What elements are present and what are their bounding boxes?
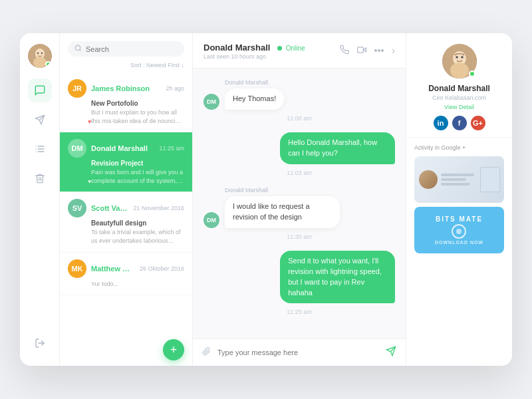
send-button[interactable] (386, 346, 396, 359)
conv-meta-matthew: Matthew Kelly (91, 265, 135, 273)
conv-meta-donald: Donald Marshall (91, 144, 154, 152)
msg-row-4: Send it to what you want, I'll revision … (203, 251, 395, 304)
app-container: Sort : Newest First ↓ JR James Robinson … (20, 33, 512, 366)
msg-bubble-2: Hello Donald Marshall, how can I help yo… (280, 132, 395, 164)
conv-subject-scott: Beautyfull design (68, 219, 184, 227)
profile-panel: Donald Marshall Ceo Kelabasan.com View D… (406, 33, 512, 366)
activity-line-3 (441, 183, 470, 186)
nav-logout-icon[interactable] (28, 331, 52, 355)
msg-time-4: 11:25 am (203, 309, 395, 315)
conv-heart-donald: ♥ (88, 178, 91, 185)
conv-time-james: 2h ago (166, 85, 184, 92)
activity-mini-avatar (419, 170, 438, 189)
conv-time-matthew: 26 Oktober 2016 (140, 265, 184, 272)
nav-send-icon[interactable] (28, 108, 52, 132)
search-box (60, 33, 192, 61)
svg-point-22 (450, 63, 469, 78)
conv-time-donald: 11:25 am (159, 145, 184, 152)
chat-input-area (193, 338, 406, 366)
more-options-button[interactable]: ••• (374, 45, 384, 56)
activity-card-1[interactable] (414, 156, 504, 203)
profile-avatar-wrap (442, 44, 477, 78)
msg-sender-1: Donald Marshall (203, 79, 395, 86)
profile-activity: Activity in Google + (406, 138, 512, 264)
conversation-list: JR James Robinson 2h ago New Portofolio … (60, 72, 192, 334)
activity-line-1 (441, 174, 474, 176)
breadzel-icon-1 (452, 224, 466, 239)
activity-line-2 (441, 178, 466, 181)
conv-avatar-donald: DM (68, 139, 86, 158)
conv-name-scott: Scott Valdez (91, 204, 128, 212)
msg-avatar-donald-1: DM (203, 94, 219, 110)
msg-group-4: Send it to what you want, I'll revision … (203, 251, 395, 319)
conv-avatar-matthew: MK (68, 259, 86, 278)
conv-item-donald[interactable]: DM Donald Marshall 11:25 am Revision Pro… (60, 132, 192, 192)
activity-doc-preview (480, 167, 500, 192)
breadzel-logo: BITS MATE DOWNLOAD NOW (435, 215, 483, 245)
chat-header: Donald Marshall Online Last seen 10 hour… (193, 33, 406, 68)
facebook-button[interactable]: f (452, 116, 467, 130)
activity-mini-lines (441, 174, 474, 186)
conv-name-matthew: Matthew Kelly (91, 265, 135, 273)
profile-online-dot (469, 70, 475, 77)
linkedin-button[interactable]: in (434, 116, 448, 130)
msg-row-2: Hello Donald Marshall, how can I help yo… (203, 132, 395, 164)
chat-contact-name: Donald Marshall Online (203, 41, 334, 53)
svg-rect-17 (357, 47, 363, 52)
nav-sidebar (20, 33, 60, 366)
search-wrap[interactable] (68, 41, 184, 57)
svg-point-3 (37, 53, 38, 54)
conv-preview-james: But I must explain to you how all this m… (68, 108, 184, 125)
msg-bubble-3: I would like to request a revision of th… (225, 196, 340, 228)
nav-docs-icon[interactable] (28, 137, 52, 161)
chat-panel: Donald Marshall Online Last seen 10 hour… (193, 33, 406, 366)
breadzel-icons (452, 224, 466, 239)
svg-line-15 (80, 50, 81, 51)
breadzel-tagline: DOWNLOAD NOW (435, 240, 483, 245)
svg-marker-16 (363, 48, 366, 52)
chat-header-info: Donald Marshall Online Last seen 10 hour… (203, 41, 334, 60)
conv-name-james: James Robinson (91, 84, 161, 92)
conv-header-matthew: MK Matthew Kelly 26 Oktober 2016 (68, 259, 184, 278)
chat-messages: Donald Marshall DM Hey Thomas! 11:00 am … (193, 68, 406, 338)
svg-point-4 (41, 53, 42, 54)
online-status-dot (45, 61, 51, 67)
profile-top: Donald Marshall Ceo Kelabasan.com View D… (406, 33, 512, 138)
conv-preview-scott: To take a trivial example, which of us e… (68, 228, 184, 245)
profile-title: Ceo Kelabasan.com (432, 94, 486, 101)
msg-group-1: Donald Marshall DM Hey Thomas! 11:00 am (203, 79, 395, 124)
conv-meta-james: James Robinson (91, 84, 161, 92)
conv-item-matthew[interactable]: MK Matthew Kelly 26 Oktober 2016 Yur tod… (60, 253, 192, 296)
search-input[interactable] (86, 45, 178, 53)
msg-time-3: 11:30 am (203, 233, 395, 240)
msg-time-1: 11:00 am (203, 115, 395, 122)
conv-subject-donald: Revision Project (68, 160, 184, 167)
attachment-button[interactable] (202, 347, 211, 358)
google-button[interactable]: G+ (471, 116, 485, 130)
user-avatar[interactable] (28, 44, 52, 68)
msg-avatar-donald-3: DM (203, 212, 219, 228)
online-text: Online (286, 45, 305, 52)
msg-row-1: DM Hey Thomas! (203, 88, 395, 110)
video-call-button[interactable] (357, 45, 366, 57)
sort-label: Sort : Newest First ↓ (60, 61, 192, 72)
conv-item-scott[interactable]: SV Scott Valdez 21 November 2016 Beautyf… (60, 192, 192, 252)
chat-last-seen: Last seen 10 hours ago (203, 53, 334, 60)
conv-header-donald: DM Donald Marshall 11:25 am (68, 139, 184, 158)
conv-header-james: JR James Robinson 2h ago (68, 79, 184, 98)
activity-card-2[interactable]: BITS MATE DOWNLOAD NOW (414, 207, 504, 253)
svg-point-14 (75, 45, 80, 50)
conv-item-james[interactable]: JR James Robinson 2h ago New Portofolio … (60, 72, 192, 132)
new-conversation-button[interactable]: + (163, 339, 184, 360)
profile-view-detail-link[interactable]: View Detail (444, 104, 474, 110)
message-input[interactable] (217, 348, 379, 356)
search-icon (74, 45, 82, 53)
breadzel-inner-1 (456, 229, 462, 234)
expand-button[interactable]: › (392, 45, 395, 56)
conv-preview-donald: Pain was born and I will give you a comp… (68, 168, 184, 185)
phone-call-button[interactable] (340, 45, 349, 57)
nav-trash-icon[interactable] (28, 166, 52, 190)
nav-messages-icon[interactable] (28, 78, 52, 102)
chat-name-text: Donald Marshall (203, 43, 270, 53)
msg-time-2: 11:03 am (203, 170, 395, 176)
